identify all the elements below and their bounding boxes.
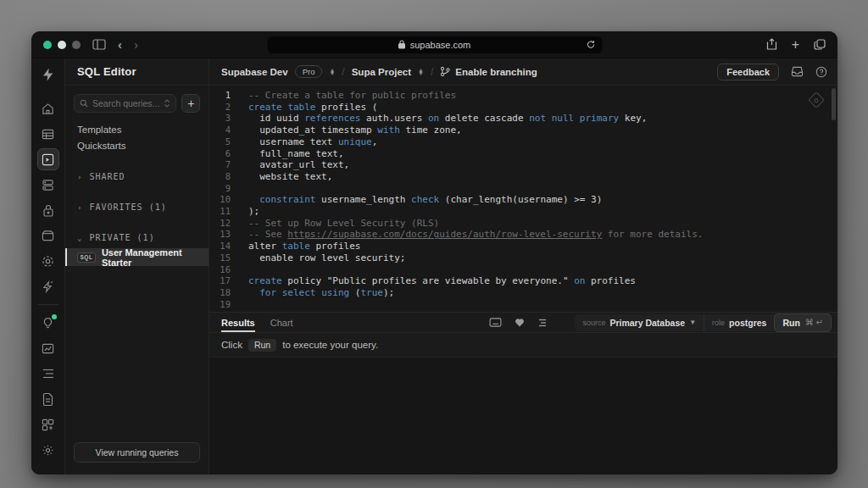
rail-item-home[interactable] (37, 97, 59, 119)
enable-branching-label: Enable branching (455, 67, 537, 77)
tab-chart[interactable]: Chart (270, 313, 293, 332)
message-suffix: to execute your query. (282, 340, 378, 350)
rail-item-sql-editor[interactable] (37, 148, 59, 170)
browser-back-icon[interactable]: ‹ (118, 38, 122, 51)
feedback-button[interactable]: Feedback (717, 64, 779, 80)
code-line: alter table profiles (248, 241, 837, 252)
rail-item-api-docs[interactable] (37, 388, 59, 410)
new-query-button[interactable]: + (181, 94, 200, 113)
project-switcher-icon[interactable]: ▲▼ (418, 69, 424, 75)
section-shared-label: SHARED (89, 172, 125, 181)
code-line: create policy "Public profiles are viewa… (248, 275, 837, 287)
query-list-item-selected[interactable]: SQL User Management Starter (65, 248, 209, 266)
role-value: postgres (729, 318, 766, 328)
code-line: enable row level security; (248, 252, 837, 264)
code-line: constraint username_length check (char_l… (248, 194, 837, 206)
address-bar[interactable]: supabase.com (267, 36, 602, 53)
rail-item-advisors[interactable] (37, 312, 59, 334)
rail-item-settings[interactable] (37, 439, 59, 461)
app-header: SQL Editor Supabase Dev Pro ▲▼ / Supa Pr… (65, 58, 837, 86)
refresh-icon[interactable] (586, 40, 595, 49)
source-value: Primary Database (609, 318, 685, 328)
tab-results[interactable]: Results (221, 313, 255, 332)
message-prefix: Click (221, 340, 242, 350)
branch-icon (440, 66, 450, 77)
org-name[interactable]: Supabase Dev (221, 67, 288, 77)
sidebar-item-templates[interactable]: Templates (77, 125, 197, 135)
enable-branching-button[interactable]: Enable branching (440, 66, 537, 77)
rail-item-logs[interactable] (37, 363, 59, 385)
browser-toolbar: ‹ › supabase.com + (31, 31, 837, 58)
rail-item-auth[interactable] (37, 199, 59, 221)
code-line: ); (248, 206, 837, 218)
new-tab-icon[interactable]: + (792, 38, 799, 52)
browser-sidebar-toggle-icon[interactable] (92, 39, 106, 50)
search-placeholder: Search queries... (92, 98, 159, 108)
search-input[interactable]: Search queries... (74, 94, 176, 113)
role-label: role (712, 319, 725, 327)
rail-item-integrations[interactable] (37, 413, 59, 435)
chevron-down-icon: ▼ (689, 319, 696, 326)
nav-rail (31, 58, 65, 474)
help-icon[interactable] (815, 66, 827, 78)
rail-item-database[interactable] (37, 174, 59, 196)
zoom-window-button[interactable] (72, 41, 81, 49)
traffic-lights (43, 41, 81, 49)
page-title: SQL Editor (77, 65, 136, 78)
close-window-button[interactable] (43, 41, 52, 49)
keyboard-shortcuts-icon[interactable] (489, 318, 502, 327)
code-line: -- Set up Row Level Security (RLS) (248, 218, 837, 230)
rail-item-reports[interactable] (37, 337, 59, 359)
tab-overview-icon[interactable] (814, 39, 826, 50)
share-icon[interactable] (766, 38, 777, 51)
view-running-queries-button[interactable]: View running queries (74, 442, 200, 463)
chevron-right-icon: › (77, 173, 82, 181)
code-line: updated_at timestamp with time zone, (248, 125, 837, 136)
org-switcher-icon[interactable]: ▲▼ (329, 69, 335, 75)
rail-item-edge-functions[interactable] (37, 250, 59, 272)
sql-code-editor[interactable]: 12345678910111213141516171819 -- Create … (209, 86, 837, 312)
run-button[interactable]: Run ⌘ ↵ (774, 313, 832, 332)
minimize-window-button[interactable] (58, 41, 66, 49)
execution-controls: source Primary Database ▼ role postgres … (575, 314, 831, 331)
breadcrumb-separator: / (342, 66, 344, 78)
browser-forward-icon[interactable]: › (134, 38, 138, 51)
run-shortcut: ⌘ ↵ (805, 318, 823, 327)
results-panel-empty (209, 358, 837, 474)
code-line (248, 299, 837, 311)
favorite-heart-icon[interactable] (515, 318, 525, 327)
sidebar-item-quickstarts[interactable]: Quickstarts (77, 141, 197, 151)
rail-item-table-editor[interactable] (37, 123, 59, 145)
org-plan-badge: Pro (295, 65, 323, 78)
section-shared[interactable]: › SHARED (65, 172, 209, 181)
advisors-notification-dot (52, 314, 57, 319)
sql-badge: SQL (77, 252, 96, 263)
section-private-label: PRIVATE (1) (89, 233, 154, 242)
run-label: Run (782, 318, 799, 328)
code-line: for select using (true); (248, 287, 837, 299)
code-area[interactable]: -- Create a table for public profilescre… (238, 90, 837, 312)
project-name[interactable]: Supa Project (352, 67, 411, 77)
line-numbers: 12345678910111213141516171819 (209, 90, 238, 312)
code-line: avatar_url text, (248, 159, 837, 171)
section-favorites[interactable]: › FAVORITES (1) (65, 202, 209, 212)
rail-item-realtime[interactable] (37, 275, 59, 297)
search-icon (80, 99, 88, 108)
format-sql-icon[interactable] (537, 319, 548, 327)
code-line (248, 183, 837, 195)
code-line: id uuid references auth.users on delete … (248, 113, 837, 125)
sort-icon[interactable] (164, 99, 170, 108)
editor-scrollbar[interactable] (832, 88, 836, 120)
role-selector[interactable]: role postgres (704, 314, 774, 331)
source-selector[interactable]: source Primary Database ▼ (575, 314, 704, 331)
run-kbd-badge: Run (248, 339, 276, 352)
rail-item-storage[interactable] (37, 225, 59, 247)
results-toolbar: Results Chart (209, 312, 837, 333)
url-text: supabase.com (410, 40, 471, 50)
section-private[interactable]: ⌄ PRIVATE (1) (65, 233, 209, 242)
supabase-logo-icon[interactable] (38, 64, 58, 85)
breadcrumb: Supabase Dev Pro ▲▼ / Supa Project ▲▼ / … (209, 58, 837, 85)
inbox-icon[interactable] (791, 66, 804, 77)
code-line: website text, (248, 171, 837, 183)
chevron-down-icon: ⌄ (77, 234, 82, 242)
